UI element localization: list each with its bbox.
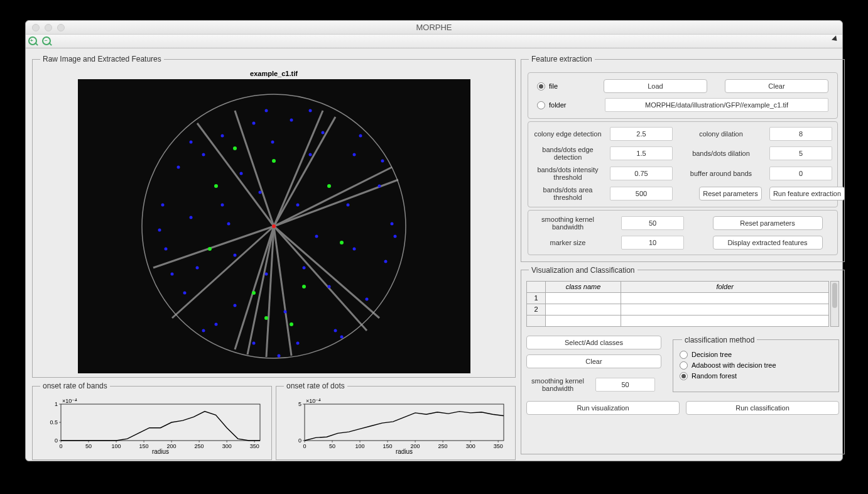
classification-method-panel: classification method Decision tree Adab… xyxy=(673,336,839,392)
svg-text:150: 150 xyxy=(383,443,393,449)
svg-point-12 xyxy=(202,153,205,156)
bands-chart-legend: onset rate of bands xyxy=(40,381,110,390)
vis-kernel-label: smoothing kernel bandwidth xyxy=(526,377,589,392)
svg-point-40 xyxy=(220,204,224,207)
display-features-button[interactable]: Display extracted features xyxy=(713,236,823,250)
svg-text:350: 350 xyxy=(250,443,259,449)
svg-text:250: 250 xyxy=(195,443,204,449)
svg-point-55 xyxy=(340,336,343,339)
bd-edge-input[interactable] xyxy=(610,146,673,160)
bd-edge-label: bands/dots edge detection xyxy=(533,146,602,161)
bd-area-input[interactable] xyxy=(610,187,673,200)
bd-intensity-label: bands/dots intensity threshold xyxy=(533,166,602,181)
select-classes-button[interactable]: Select/Add classes xyxy=(526,336,661,349)
svg-point-46 xyxy=(233,254,236,257)
svg-point-27 xyxy=(164,248,167,251)
svg-point-43 xyxy=(315,235,318,238)
rf-radio[interactable]: Random forest xyxy=(680,372,832,380)
svg-point-10 xyxy=(290,322,293,326)
dots-chart-legend: onset rate of dots xyxy=(284,381,347,390)
svg-point-22 xyxy=(334,329,337,332)
clear-button[interactable]: Clear xyxy=(725,79,828,93)
bands-chart-panel: onset rate of bands 05010015020025030035… xyxy=(32,381,272,460)
svg-point-49 xyxy=(202,329,205,332)
svg-point-35 xyxy=(327,285,330,288)
svg-point-18 xyxy=(377,185,381,188)
clear-classes-button[interactable]: Clear xyxy=(526,354,661,368)
class-table[interactable]: class name folder 1 2 xyxy=(526,281,829,327)
colony-edge-input[interactable] xyxy=(610,127,673,141)
table-row: 1 xyxy=(527,292,829,304)
svg-text:0: 0 xyxy=(55,437,58,444)
svg-point-32 xyxy=(308,153,312,156)
svg-point-54 xyxy=(308,109,312,113)
svg-point-11 xyxy=(233,146,237,150)
svg-point-56 xyxy=(189,141,192,144)
run-classification-button[interactable]: Run classification xyxy=(686,401,839,415)
svg-point-6 xyxy=(252,291,256,295)
run-visualization-button[interactable]: Run visualization xyxy=(526,401,680,415)
bands-chart[interactable]: 05010015020025030035000.51×10⁻⁴radius xyxy=(38,397,266,454)
app-window: MORPHE + − Raw Image and Extracted Featu… xyxy=(25,20,843,461)
svg-point-31 xyxy=(271,141,274,144)
table-row: 2 xyxy=(527,304,829,315)
svg-text:×10⁻⁴: ×10⁻⁴ xyxy=(306,398,321,404)
bd-dilation-label: bands/dots dilation xyxy=(680,150,762,157)
svg-text:100: 100 xyxy=(112,443,121,449)
svg-point-19 xyxy=(390,222,393,226)
svg-point-37 xyxy=(233,304,236,307)
feature-extraction-panel: Feature extraction file Load Clear xyxy=(521,55,845,262)
svg-point-1 xyxy=(272,224,276,228)
visualization-legend: Visualization and Classification xyxy=(529,266,637,275)
bd-area-label: bands/dots area threshold xyxy=(533,186,602,201)
svg-text:5: 5 xyxy=(298,401,301,407)
folder-radio[interactable]: folder xyxy=(537,101,567,109)
file-radio[interactable]: file xyxy=(537,82,558,91)
svg-point-38 xyxy=(195,266,198,270)
marker-input[interactable] xyxy=(621,236,684,250)
svg-rect-84 xyxy=(305,404,504,441)
reset-display-button[interactable]: Reset parameters xyxy=(713,216,823,230)
svg-point-26 xyxy=(183,292,186,295)
svg-point-14 xyxy=(252,122,255,125)
window-title: MORPHE xyxy=(26,23,842,32)
svg-point-47 xyxy=(227,222,230,226)
svg-text:350: 350 xyxy=(494,443,503,449)
toolbar: + − xyxy=(26,35,842,48)
bd-dilation-input[interactable] xyxy=(769,146,832,160)
svg-text:0.5: 0.5 xyxy=(50,419,58,425)
reset-params-button[interactable]: Reset parameters xyxy=(699,187,762,200)
colony-dilation-input[interactable] xyxy=(769,127,832,141)
dtree-radio[interactable]: Decision tree xyxy=(680,351,832,359)
svg-text:0: 0 xyxy=(59,443,62,449)
svg-point-2 xyxy=(272,159,276,163)
raw-image-display[interactable] xyxy=(78,79,470,373)
buffer-input[interactable] xyxy=(769,167,832,180)
svg-text:50: 50 xyxy=(85,443,92,449)
kernel-input[interactable] xyxy=(621,216,684,230)
svg-point-28 xyxy=(161,204,164,207)
svg-point-5 xyxy=(302,285,306,288)
menu-dropdown-icon[interactable] xyxy=(832,35,839,43)
svg-point-53 xyxy=(264,109,268,113)
run-extraction-button[interactable]: Run feature extraction xyxy=(769,187,845,200)
svg-text:250: 250 xyxy=(438,443,448,449)
svg-point-57 xyxy=(158,229,161,232)
bd-intensity-input[interactable] xyxy=(610,167,673,180)
colony-dilation-label: colony dilation xyxy=(680,130,762,138)
svg-point-33 xyxy=(346,204,349,207)
svg-point-13 xyxy=(220,134,224,138)
table-scrollbar[interactable] xyxy=(830,281,839,327)
svg-point-58 xyxy=(277,354,280,358)
zoom-out-icon[interactable]: − xyxy=(42,36,52,47)
adaboost-radio[interactable]: Adaboost with decision tree xyxy=(680,361,832,370)
zoom-in-icon[interactable]: + xyxy=(28,36,38,47)
svg-text:0: 0 xyxy=(303,443,306,449)
dots-chart[interactable]: 05010015020025030035005×10⁻⁴radius xyxy=(281,397,510,454)
svg-point-39 xyxy=(189,216,192,219)
load-button[interactable]: Load xyxy=(604,79,707,93)
kernel-label: smoothing kernel bandwidth xyxy=(533,216,602,231)
path-input[interactable] xyxy=(605,98,828,112)
vis-kernel-input[interactable] xyxy=(595,378,655,392)
svg-text:300: 300 xyxy=(466,443,475,449)
